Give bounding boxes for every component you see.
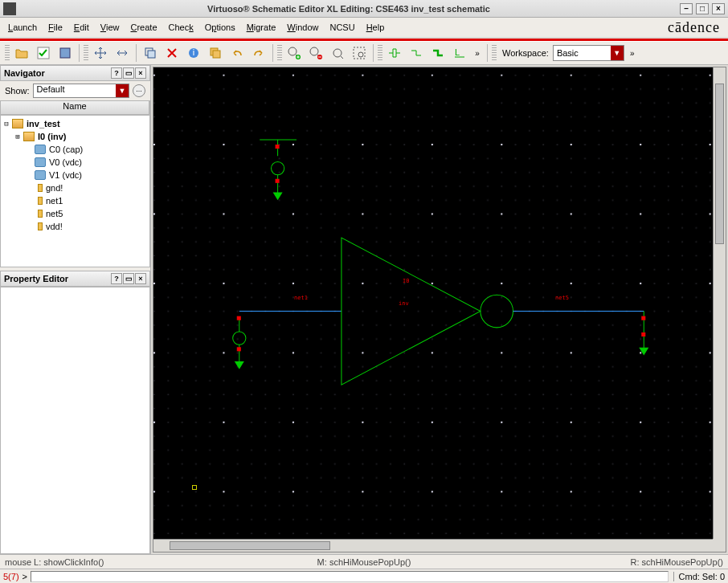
tree-column-header[interactable]: Name (0, 100, 150, 115)
column-name: Name (1, 101, 149, 114)
svg-text:L: L (455, 47, 460, 57)
svg-point-8 (288, 47, 297, 55)
close-button[interactable]: × (712, 3, 725, 14)
tree-item-vdd[interactable]: vdd! (1, 220, 149, 233)
net-icon (38, 197, 43, 205)
menu-migrate[interactable]: Migrate (247, 22, 276, 32)
cmd-index: 5(7) (3, 572, 19, 581)
redo-icon[interactable] (249, 43, 268, 63)
dropdown-arrow-icon[interactable]: ▼ (611, 46, 624, 60)
panel-help-icon[interactable]: ? (111, 67, 122, 79)
mouse-status-bar: mouse L: showClickInfo() M: schHiMousePo… (0, 554, 728, 569)
minimize-button[interactable]: – (680, 3, 693, 14)
menubar: Launch File Edit View Create Check Optio… (0, 18, 728, 39)
menu-view[interactable]: View (100, 22, 120, 32)
show-select[interactable]: Default ▼ (33, 84, 129, 98)
svg-point-10 (310, 47, 318, 55)
schematic-svg (153, 67, 726, 552)
pin-marker (237, 347, 241, 351)
descend-icon[interactable] (206, 43, 225, 63)
toolbar-overflow-icon[interactable]: » (627, 43, 638, 63)
tree-item-net5[interactable]: net5 (1, 207, 149, 220)
toolbar-grip[interactable] (5, 45, 10, 61)
brand-logo: cādence (668, 19, 720, 36)
panel-undock-icon[interactable]: ▭ (123, 273, 134, 284)
window-title: Virtuoso® Schematic Editor XL Editing: C… (21, 4, 677, 14)
tree-item-v1[interactable]: V1 (vdc) (1, 169, 149, 181)
menu-window[interactable]: Window (287, 22, 318, 32)
copy-icon[interactable] (141, 43, 160, 63)
stretch-icon[interactable] (112, 43, 132, 63)
menu-options[interactable]: Options (205, 22, 235, 32)
undo-icon[interactable] (227, 43, 247, 63)
save-icon[interactable] (55, 43, 75, 63)
navigator-tree[interactable]: ⊟inv_test ⊞I0 (inv) C0 (cap) V0 (vdc) V1… (0, 115, 150, 267)
menu-edit[interactable]: Edit (74, 22, 89, 32)
svg-rect-1 (60, 48, 70, 58)
menu-file[interactable]: File (48, 22, 63, 32)
svg-text:i: i (193, 47, 194, 57)
open-icon[interactable] (12, 43, 31, 63)
svg-rect-19 (153, 75, 726, 545)
net-icon (38, 210, 43, 218)
show-options-icon[interactable]: ··· (133, 84, 145, 97)
label-icon[interactable]: L (450, 43, 469, 63)
scroll-corner (713, 539, 726, 552)
tree-item-root[interactable]: ⊟inv_test (1, 117, 149, 130)
side-panel: Navigator ? ▭ × Show: Default ▼ ··· Name… (0, 65, 151, 554)
app-icon (3, 2, 16, 15)
panel-help-icon[interactable]: ? (111, 273, 122, 284)
instance-name-label: I0 (403, 278, 409, 284)
workspace-select[interactable]: Basic ▼ (553, 45, 624, 61)
maximize-button[interactable]: □ (696, 3, 709, 14)
command-input[interactable] (31, 571, 669, 582)
move-icon[interactable] (91, 43, 110, 63)
delete-icon[interactable] (162, 43, 182, 63)
tree-item-gnd[interactable]: gnd! (1, 181, 149, 194)
menu-check[interactable]: Check (169, 22, 194, 32)
check-save-icon[interactable] (34, 43, 53, 63)
instance-icon[interactable] (385, 43, 404, 63)
toolbar-grip[interactable] (378, 45, 382, 61)
toolbar: i L » Workspace: Basic ▼ » (0, 41, 728, 65)
horizontal-scrollbar[interactable] (153, 539, 713, 552)
menu-help[interactable]: Help (366, 22, 385, 32)
command-bar: 5(7) > Cmd: Sel: 0 (0, 569, 728, 583)
menu-launch[interactable]: Launch (8, 22, 37, 32)
origin-marker (192, 485, 197, 490)
properties-icon[interactable]: i (184, 43, 203, 63)
tree-item-c0[interactable]: C0 (cap) (1, 143, 149, 156)
pin-marker (641, 332, 645, 336)
toolbar-grip[interactable] (277, 45, 282, 61)
pin-marker (641, 316, 645, 320)
menu-ncsu[interactable]: NCSU (329, 22, 354, 32)
toolbar-more-icon[interactable]: » (472, 43, 483, 63)
panel-close-icon[interactable]: × (135, 67, 146, 79)
menu-create[interactable]: Create (130, 22, 157, 32)
component-icon (35, 145, 46, 154)
zoom-in-icon[interactable] (284, 43, 304, 63)
cmd-prompt: > (22, 572, 27, 581)
vertical-scrollbar[interactable] (713, 67, 726, 539)
wide-wire-icon[interactable] (428, 43, 448, 63)
svg-rect-3 (148, 51, 155, 58)
status-right: R: schHiMousePopUp() (484, 557, 723, 567)
property-editor-header: Property Editor ? ▭ × (0, 271, 150, 287)
folder-icon (23, 132, 35, 141)
toolbar-grip[interactable] (492, 45, 497, 61)
pin-marker (237, 316, 241, 320)
tree-item-net1[interactable]: net1 (1, 194, 149, 207)
panel-undock-icon[interactable]: ▭ (123, 67, 134, 79)
tree-item-v0[interactable]: V0 (vdc) (1, 156, 149, 169)
dropdown-arrow-icon[interactable]: ▼ (116, 84, 129, 97)
zoom-out-icon[interactable] (306, 43, 325, 63)
panel-close-icon[interactable]: × (135, 273, 146, 284)
tree-item-instance[interactable]: ⊞I0 (inv) (1, 130, 149, 143)
zoom-select-icon[interactable] (350, 43, 369, 63)
toolbar-grip[interactable] (84, 45, 88, 61)
property-editor-body[interactable] (0, 287, 150, 554)
wire-icon[interactable] (407, 43, 426, 63)
zoom-fit-icon[interactable] (328, 43, 347, 63)
navigator-title: Navigator (4, 68, 45, 78)
schematic-canvas[interactable]: I0 inv net1 net5 (153, 67, 726, 552)
